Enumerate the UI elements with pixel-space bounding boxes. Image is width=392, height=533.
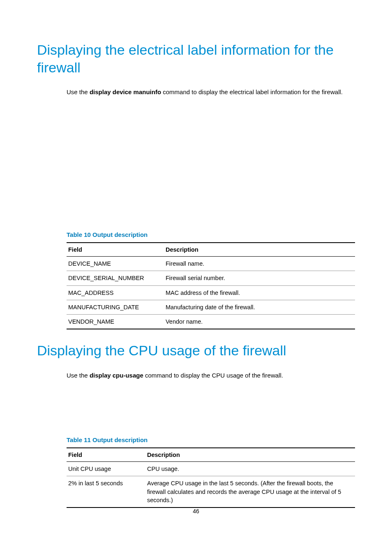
- col-header-description: Description: [145, 448, 355, 462]
- intro-paragraph-1: Use the display device manuinfo command …: [37, 88, 355, 96]
- col-header-field: Field: [67, 243, 164, 257]
- table-row: MAC_ADDRESS MAC address of the firewall.: [67, 285, 355, 300]
- intro-command-2: display cpu-usage: [90, 372, 143, 379]
- section-heading-2: Displaying the CPU usage of the firewall: [37, 342, 355, 359]
- table-caption-11: Table 11 Output description: [37, 436, 355, 443]
- cell-field: VENDOR_NAME: [67, 315, 164, 329]
- cell-field: DEVICE_NAME: [67, 257, 164, 271]
- cell-desc: Firewall name.: [164, 257, 355, 271]
- cell-field: 2% in last 5 seconds: [67, 476, 145, 508]
- table-row: MANUFACTURING_DATE Manufacturing date of…: [67, 300, 355, 314]
- intro-paragraph-2: Use the display cpu-usage command to dis…: [37, 371, 355, 380]
- table-11: Field Description Unit CPU usage CPU usa…: [67, 447, 355, 508]
- cell-field: MANUFACTURING_DATE: [67, 300, 164, 314]
- cell-field: MAC_ADDRESS: [67, 285, 164, 300]
- cell-desc: Firewall serial number.: [164, 271, 355, 285]
- intro-command-1: display device manuinfo: [90, 88, 161, 95]
- table-10: Field Description DEVICE_NAME Firewall n…: [67, 242, 355, 329]
- cell-field: DEVICE_SERIAL_NUMBER: [67, 271, 164, 285]
- table-header-row: Field Description: [67, 448, 355, 462]
- cell-desc: Vendor name.: [164, 315, 355, 329]
- cell-desc: Manufacturing date of the firewall.: [164, 300, 355, 314]
- col-header-description: Description: [164, 243, 355, 257]
- intro-prefix-1: Use the: [67, 88, 90, 95]
- cell-desc: MAC address of the firewall.: [164, 285, 355, 300]
- table-row: DEVICE_NAME Firewall name.: [67, 257, 355, 271]
- table-row: DEVICE_SERIAL_NUMBER Firewall serial num…: [67, 271, 355, 285]
- cell-field: Unit CPU usage: [67, 461, 145, 476]
- table-header-row: Field Description: [67, 243, 355, 257]
- table-caption-10: Table 10 Output description: [37, 231, 355, 238]
- table-row: 2% in last 5 seconds Average CPU usage i…: [67, 476, 355, 508]
- intro-suffix-2: command to display the CPU usage of the …: [143, 372, 283, 379]
- section-heading-1: Displaying the electrical label informat…: [37, 41, 355, 76]
- table-row: VENDOR_NAME Vendor name.: [67, 315, 355, 329]
- col-header-field: Field: [67, 448, 145, 462]
- intro-prefix-2: Use the: [67, 372, 90, 379]
- cell-desc: Average CPU usage in the last 5 seconds.…: [145, 476, 355, 508]
- intro-suffix-1: command to display the electrical label …: [161, 88, 343, 95]
- cell-desc: CPU usage.: [145, 461, 355, 476]
- page-number: 46: [0, 508, 392, 514]
- table-row: Unit CPU usage CPU usage.: [67, 461, 355, 476]
